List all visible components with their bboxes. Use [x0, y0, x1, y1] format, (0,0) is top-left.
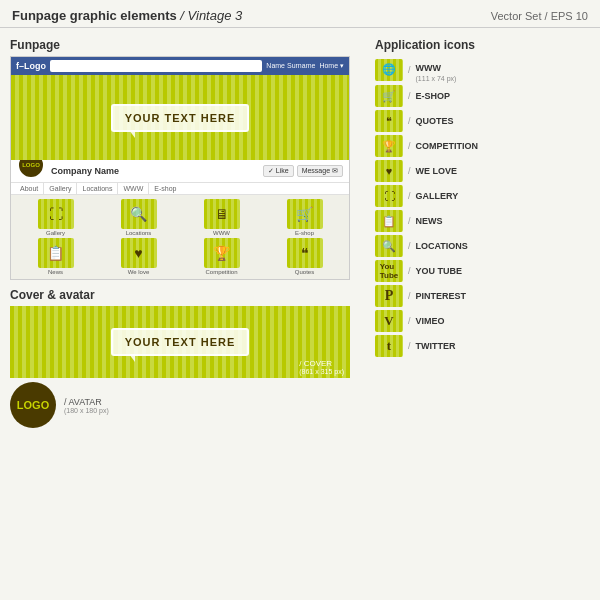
gallery-thumb-icon: ⛶ [384, 190, 395, 202]
list-item: YouTube / YOU TUBE [375, 260, 590, 282]
pinterest-thumb: P [375, 285, 403, 307]
cover-speech-bubble: YOUR TEXT HERE [111, 328, 250, 356]
pinterest-icon-name: PINTEREST [416, 291, 467, 301]
eshop-label: E-shop [295, 230, 314, 236]
vimeo-thumb-icon: V [384, 313, 393, 329]
fb-search-bar[interactable] [50, 60, 262, 72]
locations-icon-name: LOCATIONS [416, 241, 468, 251]
locations-label: Locations [126, 230, 152, 236]
avatar-size: (180 x 180 px) [64, 407, 109, 414]
avatar-row: LOGO / AVATAR (180 x 180 px) [10, 382, 365, 428]
profile-area: LOGO Company Name ✓ Like Message ✉ [11, 160, 349, 183]
welove-label: We love [128, 269, 150, 275]
eshop-icon: 🛒 [296, 206, 313, 222]
heart-thumb-icon: ♥ [386, 165, 393, 177]
news-icon-name: NEWS [416, 216, 443, 226]
like-button[interactable]: ✓ Like [263, 165, 294, 177]
www-icon: 🖥 [215, 206, 229, 222]
grid-item-gallery[interactable]: ⛶ Gallery [15, 199, 96, 236]
grid-item-competition[interactable]: 🏆 Competition [181, 238, 262, 275]
competition-icon-name: COMPETITION [416, 141, 479, 151]
twitter-icon-name: TWITTER [416, 341, 456, 351]
list-item: ⛶ / GALLERY [375, 185, 590, 207]
locations-icon: 🔍 [130, 206, 147, 222]
left-column: Funpage f–Logo Name Surname Home ▾ YOUR … [10, 34, 365, 428]
title-main: Funpage graphic elements [12, 8, 177, 23]
www-icon-size: (111 x 74 px) [416, 75, 457, 82]
title-sub: / Vintage 3 [180, 8, 242, 23]
list-item: ❝ / QUOTES [375, 110, 590, 132]
quotes-thumb-icon: ❝ [386, 115, 392, 128]
funpage-mockup: f–Logo Name Surname Home ▾ YOUR TEXT HER… [10, 56, 350, 280]
competition-thumb: 🏆 [375, 135, 403, 157]
www-thumb: 🌐 [375, 59, 403, 81]
tab-locations[interactable]: Locations [77, 183, 118, 194]
list-item: P / PINTEREST [375, 285, 590, 307]
list-item: 📋 / NEWS [375, 210, 590, 232]
list-item: 🌐 / WWW (111 x 74 px) [375, 57, 590, 82]
www-thumb-icon: 🌐 [382, 63, 396, 76]
app-icon-grid: ⛶ Gallery 🔍 Locations 🖥 WWW [11, 195, 349, 279]
news-label: News [48, 269, 63, 275]
list-item: 🔍 / LOCATIONS [375, 235, 590, 257]
heart-icon: ♥ [134, 245, 142, 261]
www-icon-box: 🖥 [204, 199, 240, 229]
gallery-thumb: ⛶ [375, 185, 403, 207]
grid-item-www[interactable]: 🖥 WWW [181, 199, 262, 236]
gallery-label: Gallery [46, 230, 65, 236]
welove-icon-box: ♥ [121, 238, 157, 268]
avatar-info: / AVATAR (180 x 180 px) [64, 397, 109, 414]
competition-icon-box: 🏆 [204, 238, 240, 268]
pinterest-thumb-icon: P [385, 288, 394, 304]
tab-gallery[interactable]: Gallery [44, 183, 77, 194]
grid-item-locations[interactable]: 🔍 Locations [98, 199, 179, 236]
news-icon: 📋 [47, 245, 64, 261]
twitter-thumb-icon: t [387, 338, 391, 354]
grid-item-quotes[interactable]: ❝ Quotes [264, 238, 345, 275]
list-item: 🏆 / COMPETITION [375, 135, 590, 157]
fb-nav: Name Surname Home ▾ [266, 62, 344, 70]
vimeo-thumb: V [375, 310, 403, 332]
twitter-thumb: t [375, 335, 403, 357]
eshop-icon-name: E-SHOP [416, 91, 451, 101]
eshop-icon-box: 🛒 [287, 199, 323, 229]
company-name: Company Name [51, 166, 257, 176]
grid-item-eshop[interactable]: 🛒 E-shop [264, 199, 345, 236]
gallery-icon-name: GALLERY [416, 191, 459, 201]
locations-thumb-icon: 🔍 [382, 240, 396, 253]
news-thumb: 📋 [375, 210, 403, 232]
youtube-thumb: YouTube [375, 260, 403, 282]
list-item: ♥ / WE LOVE [375, 160, 590, 182]
cover-text-2: YOUR TEXT HERE [125, 336, 236, 348]
tab-www[interactable]: WWW [118, 183, 149, 194]
cover-label: / COVER (861 x 315 px) [299, 359, 344, 375]
cover-avatar-title: Cover & avatar [10, 288, 365, 302]
tab-eshop[interactable]: E-shop [149, 183, 181, 194]
youtube-icon-name: YOU TUBE [416, 266, 463, 276]
gallery-icon: ⛶ [49, 206, 63, 222]
competition-label: Competition [205, 269, 237, 275]
list-item: t / TWITTER [375, 335, 590, 357]
youtube-thumb-icon: YouTube [380, 262, 399, 280]
profile-buttons: ✓ Like Message ✉ [263, 165, 343, 177]
funpage-section-title: Funpage [10, 38, 365, 52]
quotes-icon-box: ❝ [287, 238, 323, 268]
facebook-bar: f–Logo Name Surname Home ▾ [11, 57, 349, 75]
eshop-thumb: 🛒 [375, 85, 403, 107]
grid-item-news[interactable]: 📋 News [15, 238, 96, 275]
fb-logo: f–Logo [16, 61, 46, 71]
quotes-thumb: ❝ [375, 110, 403, 132]
message-button[interactable]: Message ✉ [297, 165, 343, 177]
cover-mockup: YOUR TEXT HERE / COVER (861 x 315 px) [10, 306, 350, 378]
welove-icon-name: WE LOVE [416, 166, 458, 176]
header-vector-info: Vector Set / EPS 10 [491, 10, 588, 22]
tab-about[interactable]: About [15, 183, 44, 194]
app-icons-title: Application icons [375, 38, 590, 52]
news-thumb-icon: 📋 [382, 215, 396, 228]
cover-text: YOUR TEXT HERE [125, 112, 236, 124]
list-item: V / VIMEO [375, 310, 590, 332]
right-column: Application icons 🌐 / WWW (111 x 74 px) … [375, 34, 590, 428]
cover-avatar-section: Cover & avatar YOUR TEXT HERE / COVER (8… [10, 288, 365, 428]
grid-item-welove[interactable]: ♥ We love [98, 238, 179, 275]
welove-thumb: ♥ [375, 160, 403, 182]
